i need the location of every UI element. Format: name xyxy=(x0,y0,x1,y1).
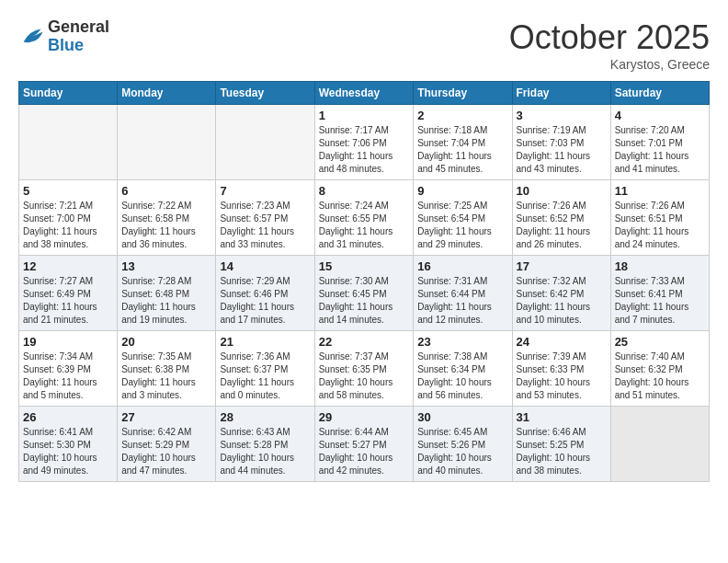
calendar-week-row: 5Sunrise: 7:21 AM Sunset: 7:00 PM Daylig… xyxy=(19,180,710,256)
day-number: 17 xyxy=(517,259,607,273)
location: Karystos, Greece xyxy=(509,57,710,72)
calendar-cell: 17Sunrise: 7:32 AM Sunset: 6:42 PM Dayli… xyxy=(512,256,610,331)
calendar-cell: 1Sunrise: 7:17 AM Sunset: 7:06 PM Daylig… xyxy=(314,105,414,180)
day-number: 30 xyxy=(417,410,507,424)
day-info: Sunrise: 6:42 AM Sunset: 5:29 PM Dayligh… xyxy=(121,426,211,477)
day-info: Sunrise: 6:46 AM Sunset: 5:25 PM Dayligh… xyxy=(517,426,607,477)
day-info: Sunrise: 7:26 AM Sunset: 6:52 PM Dayligh… xyxy=(517,200,607,251)
day-info: Sunrise: 7:18 AM Sunset: 7:04 PM Dayligh… xyxy=(417,124,507,176)
day-info: Sunrise: 7:25 AM Sunset: 6:54 PM Dayligh… xyxy=(417,200,507,251)
logo: General Blue xyxy=(18,18,109,55)
month-title: October 2025 xyxy=(509,18,710,57)
day-number: 6 xyxy=(121,184,211,198)
calendar-cell: 19Sunrise: 7:34 AM Sunset: 6:39 PM Dayli… xyxy=(19,331,118,407)
day-info: Sunrise: 7:33 AM Sunset: 6:41 PM Dayligh… xyxy=(615,275,705,327)
calendar-week-row: 1Sunrise: 7:17 AM Sunset: 7:06 PM Daylig… xyxy=(19,105,710,180)
calendar-week-row: 12Sunrise: 7:27 AM Sunset: 6:49 PM Dayli… xyxy=(19,256,710,331)
day-number: 26 xyxy=(23,410,113,424)
day-info: Sunrise: 7:17 AM Sunset: 7:06 PM Dayligh… xyxy=(319,124,410,176)
calendar-cell: 27Sunrise: 6:42 AM Sunset: 5:29 PM Dayli… xyxy=(118,407,216,482)
day-info: Sunrise: 6:43 AM Sunset: 5:28 PM Dayligh… xyxy=(220,426,310,477)
calendar-cell: 3Sunrise: 7:19 AM Sunset: 7:03 PM Daylig… xyxy=(512,105,610,180)
day-info: Sunrise: 7:27 AM Sunset: 6:49 PM Dayligh… xyxy=(23,275,113,327)
day-number: 18 xyxy=(615,259,705,273)
day-number: 2 xyxy=(417,109,507,122)
calendar-cell: 15Sunrise: 7:30 AM Sunset: 6:45 PM Dayli… xyxy=(314,256,414,331)
calendar-cell: 8Sunrise: 7:24 AM Sunset: 6:55 PM Daylig… xyxy=(314,180,414,256)
weekday-header: Thursday xyxy=(414,82,512,105)
day-info: Sunrise: 7:29 AM Sunset: 6:46 PM Dayligh… xyxy=(220,275,310,327)
calendar-cell: 4Sunrise: 7:20 AM Sunset: 7:01 PM Daylig… xyxy=(610,105,709,180)
calendar-cell: 5Sunrise: 7:21 AM Sunset: 7:00 PM Daylig… xyxy=(19,180,118,256)
calendar-cell: 29Sunrise: 6:44 AM Sunset: 5:27 PM Dayli… xyxy=(314,407,414,482)
day-number: 13 xyxy=(121,259,211,273)
day-info: Sunrise: 7:24 AM Sunset: 6:55 PM Dayligh… xyxy=(319,200,410,251)
calendar-cell: 2Sunrise: 7:18 AM Sunset: 7:04 PM Daylig… xyxy=(414,105,512,180)
calendar-table: SundayMondayTuesdayWednesdayThursdayFrid… xyxy=(18,81,710,482)
day-info: Sunrise: 7:21 AM Sunset: 7:00 PM Dayligh… xyxy=(23,200,113,251)
calendar-cell: 14Sunrise: 7:29 AM Sunset: 6:46 PM Dayli… xyxy=(216,256,314,331)
day-info: Sunrise: 7:28 AM Sunset: 6:48 PM Dayligh… xyxy=(121,275,211,327)
calendar-cell: 20Sunrise: 7:35 AM Sunset: 6:38 PM Dayli… xyxy=(118,331,216,407)
day-info: Sunrise: 7:36 AM Sunset: 6:37 PM Dayligh… xyxy=(220,350,310,402)
calendar-cell: 28Sunrise: 6:43 AM Sunset: 5:28 PM Dayli… xyxy=(216,407,314,482)
day-number: 27 xyxy=(121,410,211,424)
calendar-cell: 11Sunrise: 7:26 AM Sunset: 6:51 PM Dayli… xyxy=(610,180,709,256)
calendar-cell: 9Sunrise: 7:25 AM Sunset: 6:54 PM Daylig… xyxy=(414,180,512,256)
day-number: 21 xyxy=(220,335,310,349)
day-number: 22 xyxy=(319,335,410,349)
title-block: October 2025 Karystos, Greece xyxy=(509,18,710,72)
calendar-cell: 10Sunrise: 7:26 AM Sunset: 6:52 PM Dayli… xyxy=(512,180,610,256)
day-number: 7 xyxy=(220,184,310,198)
day-info: Sunrise: 7:23 AM Sunset: 6:57 PM Dayligh… xyxy=(220,200,310,251)
calendar-cell: 6Sunrise: 7:22 AM Sunset: 6:58 PM Daylig… xyxy=(118,180,216,256)
calendar-cell xyxy=(610,407,709,482)
calendar-cell: 23Sunrise: 7:38 AM Sunset: 6:34 PM Dayli… xyxy=(414,331,512,407)
day-number: 3 xyxy=(517,109,607,122)
day-number: 4 xyxy=(615,109,705,122)
day-info: Sunrise: 6:45 AM Sunset: 5:26 PM Dayligh… xyxy=(417,426,507,477)
day-info: Sunrise: 7:31 AM Sunset: 6:44 PM Dayligh… xyxy=(417,275,507,327)
calendar-week-row: 19Sunrise: 7:34 AM Sunset: 6:39 PM Dayli… xyxy=(19,331,710,407)
weekday-header: Wednesday xyxy=(314,82,414,105)
weekday-header: Sunday xyxy=(19,82,118,105)
day-number: 16 xyxy=(417,259,507,273)
day-number: 20 xyxy=(121,335,211,349)
day-info: Sunrise: 7:26 AM Sunset: 6:51 PM Dayligh… xyxy=(615,200,705,251)
day-number: 9 xyxy=(417,184,507,198)
day-number: 11 xyxy=(615,184,705,198)
calendar-week-row: 26Sunrise: 6:41 AM Sunset: 5:30 PM Dayli… xyxy=(19,407,710,482)
day-number: 8 xyxy=(319,184,410,198)
day-info: Sunrise: 7:34 AM Sunset: 6:39 PM Dayligh… xyxy=(23,350,113,402)
day-number: 1 xyxy=(319,109,410,122)
day-number: 10 xyxy=(517,184,607,198)
day-number: 15 xyxy=(319,259,410,273)
logo-text: General Blue xyxy=(48,18,109,55)
calendar-cell xyxy=(216,105,314,180)
day-number: 24 xyxy=(517,335,607,349)
calendar-cell: 24Sunrise: 7:39 AM Sunset: 6:33 PM Dayli… xyxy=(512,331,610,407)
calendar-cell: 18Sunrise: 7:33 AM Sunset: 6:41 PM Dayli… xyxy=(610,256,709,331)
day-number: 25 xyxy=(615,335,705,349)
calendar-cell: 30Sunrise: 6:45 AM Sunset: 5:26 PM Dayli… xyxy=(414,407,512,482)
day-info: Sunrise: 7:39 AM Sunset: 6:33 PM Dayligh… xyxy=(517,350,607,402)
calendar-cell xyxy=(118,105,216,180)
weekday-header: Friday xyxy=(512,82,610,105)
calendar-cell: 22Sunrise: 7:37 AM Sunset: 6:35 PM Dayli… xyxy=(314,331,414,407)
day-info: Sunrise: 7:30 AM Sunset: 6:45 PM Dayligh… xyxy=(319,275,410,327)
logo-icon xyxy=(18,24,44,50)
weekday-header: Monday xyxy=(118,82,216,105)
day-number: 31 xyxy=(517,410,607,424)
calendar-cell: 31Sunrise: 6:46 AM Sunset: 5:25 PM Dayli… xyxy=(512,407,610,482)
calendar-cell: 21Sunrise: 7:36 AM Sunset: 6:37 PM Dayli… xyxy=(216,331,314,407)
calendar-cell xyxy=(19,105,118,180)
day-number: 28 xyxy=(220,410,310,424)
day-info: Sunrise: 7:38 AM Sunset: 6:34 PM Dayligh… xyxy=(417,350,507,402)
logo-general: General xyxy=(48,18,109,37)
calendar-cell: 13Sunrise: 7:28 AM Sunset: 6:48 PM Dayli… xyxy=(118,256,216,331)
day-info: Sunrise: 7:22 AM Sunset: 6:58 PM Dayligh… xyxy=(121,200,211,251)
day-info: Sunrise: 7:35 AM Sunset: 6:38 PM Dayligh… xyxy=(121,350,211,402)
weekday-header: Saturday xyxy=(610,82,709,105)
calendar-cell: 7Sunrise: 7:23 AM Sunset: 6:57 PM Daylig… xyxy=(216,180,314,256)
day-info: Sunrise: 6:41 AM Sunset: 5:30 PM Dayligh… xyxy=(23,426,113,477)
